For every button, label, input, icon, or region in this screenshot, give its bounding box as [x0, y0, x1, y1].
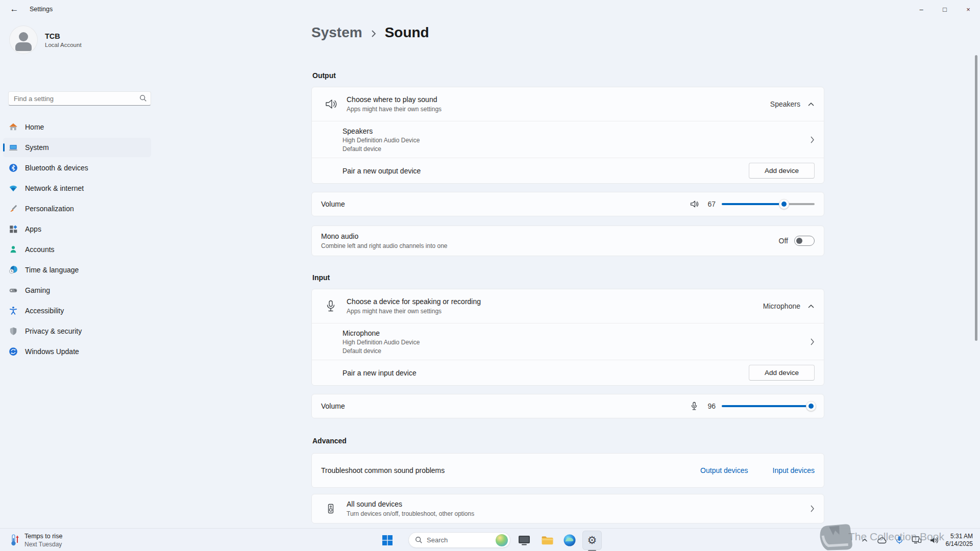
breadcrumb: System Sound — [311, 24, 429, 41]
output-volume-slider[interactable] — [722, 203, 815, 205]
taskbar-search[interactable]: Search — [408, 532, 510, 548]
page-title: Sound — [385, 24, 429, 41]
mono-audio-toggle[interactable] — [794, 236, 815, 246]
output-expander-subtitle: Apps might have their own settings — [347, 106, 442, 113]
close-button[interactable]: × — [957, 0, 980, 18]
apps-icon — [9, 224, 18, 234]
sidebar-item-label: Accessibility — [25, 307, 64, 315]
accounts-icon — [9, 245, 18, 254]
input-section-label: Input — [312, 273, 330, 282]
weather-headline: Temps to rise — [24, 533, 62, 540]
search-highlight-icon — [496, 534, 508, 546]
output-device-row[interactable]: Speakers High Definition Audio Device De… — [312, 121, 824, 158]
start-button[interactable] — [378, 531, 397, 550]
input-volume-slider[interactable] — [722, 405, 815, 407]
sidebar-item-home[interactable]: Home — [3, 117, 151, 137]
output-device-status: Default device — [342, 145, 420, 153]
advanced-section-label: Advanced — [312, 437, 347, 445]
chevron-right-icon — [810, 136, 815, 144]
output-expander-header[interactable]: Choose where to play sound Apps might ha… — [312, 87, 824, 121]
sidebar-item-label: Time & language — [25, 266, 79, 274]
sidebar-item-accessibility[interactable]: Accessibility — [3, 301, 151, 320]
input-pair-label: Pair a new input device — [342, 369, 416, 377]
search-input[interactable] — [8, 91, 151, 106]
app-title: Settings — [30, 6, 53, 13]
task-view-button[interactable] — [514, 531, 534, 550]
input-volume-card: Volume 96 — [311, 394, 824, 418]
mono-audio-card: Mono audio Combine left and right audio … — [311, 226, 824, 256]
edge-icon — [563, 534, 576, 547]
microphone-volume-icon[interactable] — [689, 401, 699, 411]
slider-thumb[interactable] — [806, 401, 816, 411]
sidebar-item-label: Home — [25, 123, 44, 131]
chevron-right-icon — [810, 505, 815, 513]
input-device-desc: High Definition Audio Device — [342, 339, 420, 346]
all-sound-devices-card[interactable]: All sound devices Turn devices on/off, t… — [311, 494, 824, 523]
network-tray-icon[interactable] — [908, 531, 925, 550]
file-explorer-button[interactable] — [537, 531, 557, 550]
output-devices-link[interactable]: Output devices — [700, 466, 748, 474]
windows-logo-icon — [382, 535, 393, 546]
sidebar-item-label: Accounts — [25, 245, 55, 254]
input-expander-subtitle: Apps might have their own settings — [347, 308, 481, 315]
output-expander-title: Choose where to play sound — [347, 95, 442, 104]
output-expander-card: Choose where to play sound Apps might ha… — [311, 87, 824, 184]
account-name: TCB — [45, 32, 82, 40]
system-icon — [9, 143, 18, 152]
output-section-label: Output — [312, 71, 336, 80]
account-card[interactable]: TCB Local Account — [9, 26, 153, 54]
sidebar-item-apps[interactable]: Apps — [3, 219, 151, 239]
input-device-row[interactable]: Microphone High Definition Audio Device … — [312, 323, 824, 360]
sidebar-item-personalization[interactable]: Personalization — [3, 199, 151, 218]
volume-tray-icon[interactable] — [925, 531, 943, 550]
input-device-dropdown[interactable]: Microphone — [763, 302, 815, 310]
input-devices-link[interactable]: Input devices — [773, 466, 815, 474]
add-input-device-button[interactable]: Add device — [749, 365, 815, 381]
output-device-dropdown[interactable]: Speakers — [770, 100, 815, 108]
input-device-name: Microphone — [342, 329, 420, 337]
time-language-icon — [9, 265, 18, 274]
input-expander-header[interactable]: Choose a device for speaking or recordin… — [312, 289, 824, 323]
sidebar-item-windows-update[interactable]: Windows Update — [3, 342, 151, 361]
maximize-button[interactable]: □ — [933, 0, 957, 18]
add-output-device-button[interactable]: Add device — [749, 163, 815, 179]
input-device-status: Default device — [342, 347, 420, 355]
sidebar-item-network-internet[interactable]: Network & internet — [3, 179, 151, 198]
back-icon: ← — [10, 4, 19, 14]
sidebar-item-accounts[interactable]: Accounts — [3, 240, 151, 259]
widgets-weather-button[interactable]: Temps to rise Next Tuesday — [5, 530, 66, 550]
sidebar-item-label: Privacy & security — [25, 327, 82, 335]
clock-date: 6/14/2025 — [946, 540, 973, 548]
slider-thumb[interactable] — [779, 199, 789, 209]
window-controls: – □ × — [910, 0, 980, 18]
settings-app-button[interactable]: ⚙ — [582, 531, 602, 550]
sidebar-item-system[interactable]: System — [3, 138, 151, 157]
sidebar-item-gaming[interactable]: Gaming — [3, 281, 151, 300]
chevron-right-icon — [810, 338, 815, 346]
titlebar: ← Settings – □ × — [0, 0, 980, 18]
onedrive-cloud-icon[interactable] — [873, 531, 891, 550]
speaker-volume-icon[interactable] — [689, 199, 699, 209]
vertical-scrollbar[interactable] — [975, 55, 977, 341]
sidebar-item-time-language[interactable]: Time & language — [3, 260, 151, 280]
main-content: System Sound Output Choose where to play… — [311, 18, 824, 551]
input-selected-device: Microphone — [763, 302, 800, 310]
sidebar-item-label: Windows Update — [25, 347, 79, 356]
troubleshoot-label: Troubleshoot common sound problems — [321, 466, 445, 474]
clock[interactable]: 5:31 AM 6/14/2025 — [943, 533, 978, 548]
output-volume-card: Volume 67 — [311, 192, 824, 216]
breadcrumb-system[interactable]: System — [311, 24, 362, 41]
minimize-button[interactable]: – — [910, 0, 933, 18]
microphone-tray-icon[interactable] — [891, 531, 908, 550]
sidebar-item-label: Network & internet — [25, 184, 84, 192]
hidden-icons-button[interactable] — [856, 531, 873, 550]
input-volume-label: Volume — [321, 402, 345, 410]
sidebar-item-privacy-security[interactable]: Privacy & security — [3, 321, 151, 341]
account-type: Local Account — [45, 42, 82, 48]
output-volume-value: 67 — [704, 200, 716, 208]
edge-browser-button[interactable] — [560, 531, 579, 550]
sidebar-nav: Home System Bluetooth & devices Network … — [3, 117, 151, 362]
sidebar-item-bluetooth-devices[interactable]: Bluetooth & devices — [3, 158, 151, 178]
mono-audio-title: Mono audio — [321, 232, 448, 240]
back-button[interactable]: ← — [4, 2, 24, 17]
